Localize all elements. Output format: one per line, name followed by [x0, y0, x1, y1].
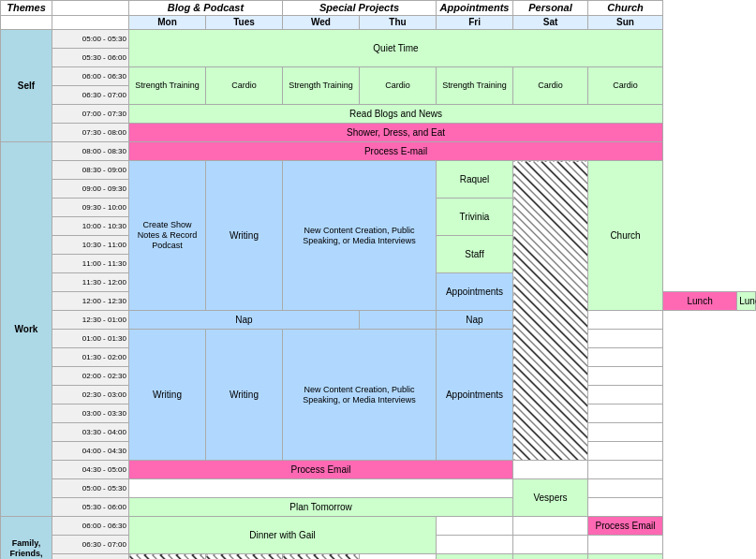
t0830: 08:30 - 09:00 — [52, 161, 129, 180]
special-label: Special Projects — [283, 1, 437, 16]
time-col-label — [52, 16, 129, 30]
t0100pm: 01:00 - 01:30 — [52, 330, 129, 348]
vespers-cell: Vespers — [513, 479, 588, 517]
nap-mon-wed: Nap — [129, 311, 360, 330]
t0400pm: 04:00 - 04:30 — [52, 442, 129, 461]
t1030: 10:30 - 11:00 — [52, 236, 129, 255]
lunch-sun: Lunch — [737, 292, 756, 311]
sun-empty-3 — [588, 367, 663, 386]
strength-fri: Strength Training — [437, 67, 513, 105]
theme-work: Work — [1, 142, 52, 517]
sun-empty-1 — [588, 330, 663, 348]
fri-empty-600 — [437, 517, 513, 536]
t0930: 09:30 - 10:00 — [52, 199, 129, 217]
dinner-gail: Dinner with Gail — [129, 517, 437, 554]
appts-fri-am: Appointments — [437, 273, 513, 311]
fri-empty-630 — [437, 536, 513, 554]
appt-label: Appointments — [437, 1, 513, 16]
mon-day: Mon — [129, 16, 206, 30]
quiet-time: Quiet Time — [129, 30, 663, 67]
cardio-thu: Cardio — [360, 67, 437, 105]
full-schedule-table: Themes Blog & Podcast Special Projects A… — [0, 0, 756, 559]
thu-empty-700 — [360, 554, 437, 559]
wed-hatch-pm — [283, 554, 360, 559]
t0430pm: 04:30 - 05:00 — [52, 461, 129, 479]
appts-fri-pm: Appointments — [437, 330, 513, 461]
tr-0600: 06:00 - 06:30 Strength Training Cardio S… — [1, 67, 756, 86]
empty-0500pm — [129, 479, 513, 498]
sat-day: Sat — [513, 16, 588, 30]
thu-day: Thu — [360, 16, 437, 30]
sun-empty-630 — [588, 536, 663, 554]
cardio-sat: Cardio — [513, 67, 588, 105]
tr-0600pm: Family, Friends, Planning 06:00 - 06:30 … — [1, 517, 756, 536]
staff-cell: Staff — [437, 236, 513, 273]
theme-family: Family, Friends, Planning — [1, 517, 52, 559]
themes-label: Themes — [1, 1, 52, 16]
sun-empty-500 — [588, 479, 663, 498]
process-email-am: Process E-mail — [129, 142, 663, 161]
friends-cell: Friends — [513, 554, 588, 559]
t0530pm: 05:30 - 06:00 — [52, 498, 129, 517]
writing-tue-pm: Writing — [206, 330, 283, 461]
tr-0700: 07:00 - 07:30 Read Blogs and News — [1, 105, 756, 124]
personal-label: Personal — [513, 1, 588, 16]
t0230pm: 02:30 - 03:00 — [52, 386, 129, 405]
sun-empty-nap — [588, 311, 663, 330]
sun-empty-4 — [588, 386, 663, 405]
t0500pm: 05:00 - 05:30 — [52, 479, 129, 498]
sat-empty-600 — [513, 517, 588, 536]
day-row: Mon Tues Wed Thu Fri Sat Sun — [1, 16, 756, 30]
t1100: 11:00 - 11:30 — [52, 255, 129, 273]
church-label: Church — [588, 1, 663, 16]
corner — [1, 16, 52, 30]
t0500: 05:00 - 05:30 — [52, 30, 129, 49]
t0200pm: 02:00 - 02:30 — [52, 367, 129, 386]
wed-day: Wed — [283, 16, 360, 30]
cardio-tue: Cardio — [206, 67, 283, 105]
t0900: 09:00 - 09:30 — [52, 180, 129, 199]
tr-0100pm: 01:00 - 01:30 Writing Writing New Conten… — [1, 330, 756, 348]
t0700pm: 07:00 - 07:30 — [52, 554, 129, 559]
t0300pm: 03:00 - 03:30 — [52, 405, 129, 423]
t0630pm: 06:30 - 07:00 — [52, 536, 129, 554]
tr-0500pm: 05:00 - 05:30 Vespers — [1, 479, 756, 498]
tr-0830: 08:30 - 09:00 Create Show Notes & Record… — [1, 161, 756, 180]
sun-day: Sun — [588, 16, 663, 30]
lunch-cell: Lunch — [663, 292, 737, 311]
blog-label: Blog & Podcast — [129, 1, 283, 16]
sat-hatch — [513, 161, 588, 461]
t0600: 06:00 - 06:30 — [52, 67, 129, 86]
sun-empty-5 — [588, 405, 663, 423]
new-content-pm: New Content Creation, Public Speaking, o… — [283, 330, 437, 461]
sun-empty-530 — [588, 498, 663, 517]
shower-dress-eat: Shower, Dress, and Eat — [129, 124, 663, 142]
t1130: 11:30 - 12:00 — [52, 273, 129, 292]
t0600pm: 06:00 - 06:30 — [52, 517, 129, 536]
church-cell: Church — [588, 161, 663, 311]
process-email-pm: Process Email — [129, 461, 513, 479]
t1230: 12:30 - 01:00 — [52, 311, 129, 330]
nap-thu-empty — [360, 311, 437, 330]
sun-empty-430 — [588, 461, 663, 479]
theme-self: Self — [1, 30, 52, 142]
tr-0800: Work 08:00 - 08:30 Process E-mail — [1, 142, 756, 161]
t0730: 07:30 - 08:00 — [52, 124, 129, 142]
tr-0430pm: 04:30 - 05:00 Process Email — [1, 461, 756, 479]
writing-mon-pm: Writing — [129, 330, 206, 461]
main-schedule: Themes Blog & Podcast Special Projects A… — [0, 0, 756, 559]
strength-mon: Strength Training — [129, 67, 206, 105]
nap-fri: Nap — [437, 311, 513, 330]
tr-0730: 07:30 - 08:00 Shower, Dress, and Eat — [1, 124, 756, 142]
tr-0500: Self 05:00 - 05:30 Quiet Time — [1, 30, 756, 49]
t0800: 08:00 - 08:30 — [52, 142, 129, 161]
cat-row: Themes Blog & Podcast Special Projects A… — [1, 1, 756, 16]
date-gail: Date with Gail — [437, 554, 513, 559]
mon-hatch-pm — [129, 554, 206, 559]
trivinia-cell: Trivinia — [437, 199, 513, 236]
weekly-review: Weekly Review — [588, 554, 663, 559]
tue-hatch-pm — [206, 554, 283, 559]
t0130pm: 01:30 - 02:00 — [52, 348, 129, 367]
tue-day: Tues — [206, 16, 283, 30]
plan-tomorrow: Plan Tomorrow — [129, 498, 513, 517]
